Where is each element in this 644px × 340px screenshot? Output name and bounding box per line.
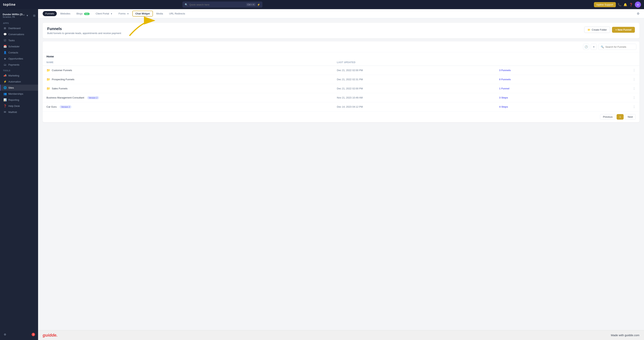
sidebar-item-label: Sites <box>8 86 14 89</box>
opportunities-icon: ◈ <box>4 57 6 60</box>
col-actions <box>588 59 640 66</box>
tab-websites[interactable]: Websites <box>58 11 73 16</box>
sidebar-item-label: Payments <box>8 63 20 66</box>
apps-section-label: Apps <box>0 20 38 25</box>
steps-count-cell: 3 Steps <box>496 93 588 102</box>
funnel-search-input[interactable] <box>605 45 637 48</box>
next-button[interactable]: Next <box>625 114 636 120</box>
search-input[interactable] <box>189 3 245 6</box>
funnel-name-cell[interactable]: Business Management Consultant Version 2 <box>46 96 329 99</box>
sidebar-item-contacts[interactable]: 👤 Contacts <box>0 49 38 55</box>
last-updated-cell: Dec 21, 2022 02:31 PM <box>333 75 496 84</box>
sidebar-item-help-desk[interactable]: ❓ Help Desk <box>0 103 38 109</box>
sidebar-item-bottom[interactable]: ⚙ 3 <box>0 331 38 338</box>
funnel-count-cell: 1 Funnel <box>496 84 588 93</box>
sidebar-item-automation[interactable]: ⚡ Automation <box>0 79 38 85</box>
user-avatar[interactable]: U <box>635 1 641 7</box>
global-search[interactable]: 🔍 Ctrl + K ⚡ <box>182 1 262 7</box>
more-options-button[interactable]: ⋮ <box>588 102 640 111</box>
sidebar-toggle-icon[interactable]: ⊟ <box>33 14 36 17</box>
more-options-button[interactable]: ⋮ <box>588 84 640 93</box>
main-content: Funnels Websites Blogs New Client Portal… <box>38 9 644 340</box>
guidde-logo: guidde. <box>43 333 58 338</box>
tab-forms[interactable]: Forms ▼ <box>116 11 132 16</box>
workspace-switcher[interactable]: Dunder Mifflin [D... Scranton, PA ▼ ⊟ <box>0 11 38 20</box>
folder-icon: 📁 <box>46 87 50 90</box>
last-updated-cell: Nov 21, 2023 10:49 AM <box>333 93 496 102</box>
last-updated-cell: Dec 14, 2023 04:12 PM <box>333 102 496 111</box>
pagination: Previous 1 Next <box>43 111 640 122</box>
funnel-name-cell[interactable]: 📁 Customer Funnels <box>46 68 329 72</box>
new-funnel-button[interactable]: + New Funnel <box>612 27 635 33</box>
clock-view-icon[interactable]: 🕐 <box>583 44 589 50</box>
sidebar-item-label: Mailfold <box>8 111 17 114</box>
sidebar-item-label: Contacts <box>8 51 18 54</box>
page-subtitle: Build funnels to generate leads, appoint… <box>47 32 121 35</box>
sidebar-item-label: Automation <box>8 80 21 83</box>
col-count <box>496 59 588 66</box>
tab-url-redirects[interactable]: URL Redirects <box>166 11 188 16</box>
header-actions: 📁 Create Folder + New Funnel <box>584 27 635 33</box>
notification-badge: 3 <box>32 333 35 336</box>
table-toolbar: 🕐 ≡ 🔍 <box>43 41 640 52</box>
tab-client-portal[interactable]: Client Portal ▼ <box>93 11 115 16</box>
sidebar-item-memberships[interactable]: 👥 Memberships <box>0 91 38 97</box>
sidebar-item-sites[interactable]: 🌐 Sites <box>0 85 38 91</box>
page-1-button[interactable]: 1 <box>616 114 624 120</box>
tab-funnels[interactable]: Funnels <box>43 11 57 16</box>
sidebar-item-dashboard[interactable]: ⊞ Dashboard <box>0 25 38 31</box>
support-button[interactable]: topline Support <box>594 2 616 7</box>
sidebar-item-reporting[interactable]: 📊 Reporting <box>0 97 38 103</box>
topnav-right: topline Support 📞 🔔 ❓ U <box>594 1 641 7</box>
more-options-button[interactable]: ⋮ <box>588 66 640 75</box>
funnel-name-cell[interactable]: Car Guru Version 2 <box>46 105 329 108</box>
phone-icon[interactable]: 📞 <box>618 3 622 6</box>
last-updated-cell: Dec 21, 2022 02:00 PM <box>333 66 496 75</box>
last-updated-cell: Dec 21, 2022 02:00 PM <box>333 84 496 93</box>
more-options-button[interactable]: ⋮ <box>588 93 640 102</box>
sidebar-item-label: Scheduler <box>8 45 20 48</box>
sidebar-item-marketing[interactable]: 📣 Marketing <box>0 72 38 79</box>
help-icon[interactable]: ❓ <box>629 3 633 6</box>
sidebar-item-tasks[interactable]: ☑ Tasks <box>0 37 38 43</box>
table-row: Car Guru Version 2 Dec 14, 2023 04:12 PM… <box>43 102 640 111</box>
footer: guidde. Made with guidde.com <box>38 330 644 340</box>
footer-tagline: Made with guidde.com <box>611 334 640 337</box>
dropdown-arrow-icon: ▼ <box>127 13 129 15</box>
sidebar-item-label: Tasks <box>8 39 15 42</box>
list-view-icon[interactable]: ≡ <box>591 44 597 50</box>
table-row: 📁 Customer Funnels Dec 21, 2022 02:00 PM… <box>43 66 640 75</box>
search-icon: 🔍 <box>185 3 188 6</box>
sidebar-item-opportunities[interactable]: ◈ Opportunities <box>0 55 38 62</box>
sidebar-item-scheduler[interactable]: 📅 Scheduler <box>0 43 38 49</box>
table-row: 📁 Prospecting Funnels Dec 21, 2022 02:31… <box>43 75 640 84</box>
sidebar-item-label: Conversations <box>8 33 24 36</box>
funnel-search-box[interactable]: 🔍 <box>598 44 636 50</box>
tab-chat-widget[interactable]: Chat Widget <box>132 11 153 16</box>
funnel-name-cell[interactable]: 📁 Prospecting Funnels <box>46 78 329 81</box>
table-row: 📁 Sales Funnels Dec 21, 2022 02:00 PM 1 … <box>43 84 640 93</box>
more-options-button[interactable]: ⋮ <box>588 75 640 84</box>
lightning-icon: ⚡ <box>257 3 260 6</box>
version-badge: Version 2 <box>60 105 72 108</box>
folder-icon: 📁 <box>46 68 50 72</box>
col-name: Name <box>43 59 333 66</box>
previous-button[interactable]: Previous <box>600 114 616 120</box>
tools-section-label: Tools <box>0 68 38 72</box>
settings-gear-icon[interactable]: ⚙ <box>637 12 640 15</box>
tab-media[interactable]: Media <box>154 11 166 16</box>
sidebar-item-mailfold[interactable]: ✉ Mailfold <box>0 109 38 115</box>
home-section-heading: Home <box>43 52 640 59</box>
dashboard-icon: ⊞ <box>4 27 6 30</box>
workspace-name: Dunder Mifflin [D... <box>3 13 25 16</box>
sidebar-item-conversations[interactable]: 💬 Conversations <box>0 31 38 37</box>
sidebar-item-label: Help Desk <box>8 105 20 107</box>
tab-blogs[interactable]: Blogs New <box>74 11 92 16</box>
folder-icon: 📁 <box>46 78 50 81</box>
bell-icon[interactable]: 🔔 <box>624 3 627 6</box>
sidebar-item-label: Marketing <box>8 74 19 77</box>
sidebar-item-payments[interactable]: 🗂 Payments <box>0 62 38 68</box>
automation-icon: ⚡ <box>4 80 6 83</box>
create-folder-button[interactable]: 📁 Create Folder <box>584 27 610 33</box>
funnel-name-cell[interactable]: 📁 Sales Funnels <box>46 87 329 90</box>
